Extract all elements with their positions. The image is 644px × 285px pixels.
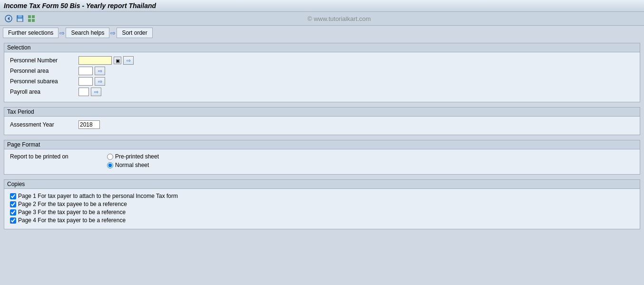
grid-icon[interactable] xyxy=(27,14,36,23)
personnel-area-arrow-btn[interactable]: ⇨ xyxy=(95,67,105,75)
svg-rect-4 xyxy=(18,19,22,21)
copies-label-2: Page 2 For the tax payee to be a referen… xyxy=(18,201,127,207)
radio-normal-input[interactable] xyxy=(107,162,113,168)
svg-rect-6 xyxy=(32,15,35,18)
personnel-subarea-row: Personnel subarea ⇨ xyxy=(10,77,634,86)
toolbar: © www.tutorialkart.com xyxy=(0,12,644,26)
assessment-year-label: Assessment Year xyxy=(10,121,77,128)
svg-marker-1 xyxy=(8,17,10,20)
main-content: Selection Personnel Number ▣ ⇨ Personnel… xyxy=(0,40,644,237)
page-format-body: Report to be printed on Pre-printed shee… xyxy=(4,149,640,174)
radio-normal: Normal sheet xyxy=(107,162,159,168)
tax-period-header: Tax Period xyxy=(4,108,640,117)
search-helps-label: Search helps xyxy=(71,29,104,36)
save-icon[interactable] xyxy=(15,14,25,23)
tax-period-section: Tax Period Assessment Year xyxy=(4,107,640,135)
personnel-number-row: Personnel Number ▣ ⇨ xyxy=(10,56,634,65)
sort-order-tab[interactable]: Sort order xyxy=(117,28,152,38)
copies-checkbox-2[interactable] xyxy=(10,201,16,207)
personnel-subarea-label: Personnel subarea xyxy=(10,78,77,85)
svg-rect-7 xyxy=(28,19,31,22)
selection-section: Selection Personnel Number ▣ ⇨ Personnel… xyxy=(4,43,640,102)
payroll-area-row: Payroll area ⇨ xyxy=(10,88,634,96)
radio-normal-label: Normal sheet xyxy=(115,162,149,168)
radio-options: Pre-printed sheet Normal sheet xyxy=(107,153,159,168)
payroll-area-input[interactable] xyxy=(78,88,89,96)
page-title: Income Tax Form 50 Bis - Yearly report T… xyxy=(4,2,156,10)
svg-rect-8 xyxy=(32,19,35,22)
copies-checkbox-1[interactable] xyxy=(10,193,16,199)
personnel-number-input[interactable] xyxy=(78,56,112,65)
copies-checkbox-row-1: Page 1 For tax payer to attach to the pe… xyxy=(10,193,634,199)
payroll-area-label: Payroll area xyxy=(10,88,77,95)
further-selections-tab[interactable]: Further selections xyxy=(3,28,59,38)
watermark: © www.tutorialkart.com xyxy=(38,15,640,22)
copies-checkbox-3[interactable] xyxy=(10,209,16,216)
personnel-subarea-arrow-btn[interactable]: ⇨ xyxy=(95,77,105,86)
svg-rect-3 xyxy=(18,15,22,18)
tab-arrow-1: ⇨ xyxy=(59,29,65,37)
copies-header: Copies xyxy=(4,180,640,189)
back-icon[interactable] xyxy=(4,14,13,23)
personnel-area-row: Personnel area ⇨ xyxy=(10,67,634,75)
report-print-label: Report to be printed on xyxy=(10,153,105,160)
tax-period-body: Assessment Year xyxy=(4,117,640,135)
copies-checkbox-4[interactable] xyxy=(10,217,16,224)
copies-checkbox-row-3: Page 3 For the tax payer to be a referen… xyxy=(10,209,634,216)
page-format-header: Page Format xyxy=(4,140,640,149)
copies-checkbox-row-2: Page 2 For the tax payee to be a referen… xyxy=(10,201,634,207)
personnel-area-input[interactable] xyxy=(78,67,93,75)
further-selections-label: Further selections xyxy=(8,29,53,36)
copies-checkbox-row-4: Page 4 For the tax payer to be a referen… xyxy=(10,217,634,224)
assessment-year-row: Assessment Year xyxy=(10,120,634,129)
copies-section: Copies Page 1 For tax payer to attach to… xyxy=(4,179,640,229)
tab-bar: Further selections ⇨ Search helps ⇨ Sort… xyxy=(0,26,644,40)
copies-label-3: Page 3 For the tax payer to be a referen… xyxy=(18,209,126,216)
radio-preprinted-input[interactable] xyxy=(107,154,113,160)
copies-body: Page 1 For tax payer to attach to the pe… xyxy=(4,189,640,229)
report-print-row: Report to be printed on Pre-printed shee… xyxy=(10,153,634,168)
personnel-area-label: Personnel area xyxy=(10,68,77,74)
payroll-area-arrow-btn[interactable]: ⇨ xyxy=(91,88,101,96)
radio-preprinted-label: Pre-printed sheet xyxy=(115,153,159,160)
radio-preprinted: Pre-printed sheet xyxy=(107,153,159,160)
title-bar: Income Tax Form 50 Bis - Yearly report T… xyxy=(0,0,644,12)
search-helps-tab[interactable]: Search helps xyxy=(66,28,109,38)
assessment-year-input[interactable] xyxy=(78,120,100,129)
svg-rect-5 xyxy=(28,15,31,18)
personnel-number-multi-btn[interactable]: ▣ xyxy=(114,57,121,64)
tab-arrow-2: ⇨ xyxy=(110,29,116,37)
personnel-number-arrow-btn[interactable]: ⇨ xyxy=(123,56,134,65)
personnel-number-label: Personnel Number xyxy=(10,57,77,64)
page-format-section: Page Format Report to be printed on Pre-… xyxy=(4,140,640,175)
sort-order-label: Sort order xyxy=(122,29,147,36)
copies-label-4: Page 4 For the tax payer to be a referen… xyxy=(18,217,126,224)
copies-label-1: Page 1 For tax payer to attach to the pe… xyxy=(18,193,178,199)
selection-body: Personnel Number ▣ ⇨ Personnel area ⇨ Pe… xyxy=(4,52,640,102)
selection-header: Selection xyxy=(4,43,640,52)
personnel-subarea-input[interactable] xyxy=(78,77,93,86)
